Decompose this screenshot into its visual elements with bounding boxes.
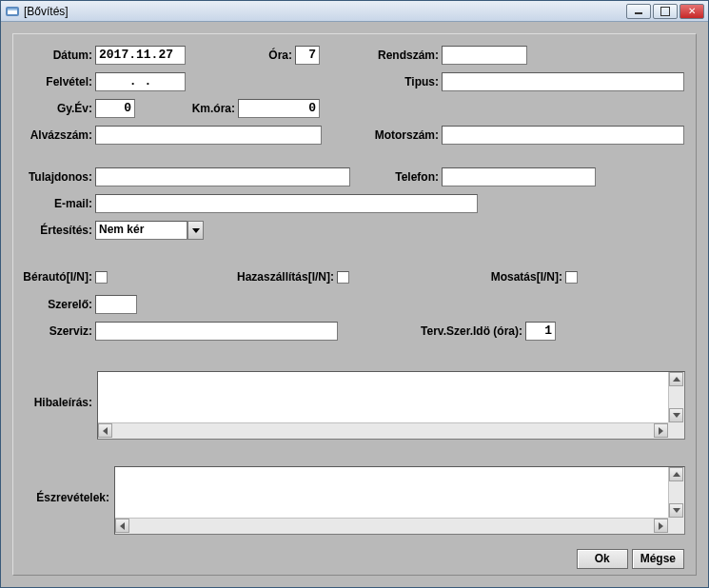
window-title: [Bővítés] (24, 5, 626, 18)
label-email: E-mail: (13, 197, 95, 210)
eszrevetelek-content[interactable] (115, 467, 668, 518)
label-tulajdonos: Tulajdonos: (13, 170, 95, 184)
szerelo-field[interactable] (95, 295, 137, 314)
label-motorszam: Motorszám: (356, 128, 442, 142)
ok-button[interactable]: Ok (577, 549, 628, 569)
label-tervszerido: Terv.Szer.Idö (óra): (394, 324, 525, 338)
app-icon (5, 4, 20, 19)
arrow-right-icon[interactable] (654, 519, 668, 533)
szerviz-field[interactable] (95, 322, 338, 341)
button-bar: Ok Mégse (577, 549, 684, 569)
label-kmora: Km.óra: (181, 102, 238, 115)
email-field[interactable] (95, 194, 478, 213)
scrollbar-vertical[interactable] (668, 467, 684, 518)
scrollbar-horizontal[interactable] (115, 518, 668, 534)
label-berauto: Bérautó[I/N]: (13, 270, 95, 284)
label-felvetel: Felvétel: (13, 75, 95, 88)
ora-field[interactable]: 7 (295, 46, 320, 65)
svg-rect-2 (8, 9, 17, 10)
client-area: Dátum: 2017.11.27 Óra: 7 Rendszám: Felvé… (1, 22, 708, 587)
felvetel-field[interactable]: . . (95, 72, 186, 91)
label-ertesites: Értesítés: (13, 224, 95, 237)
tervszerido-field[interactable]: 1 (525, 322, 556, 341)
scrollbar-corner (668, 422, 684, 439)
arrow-down-icon[interactable] (669, 408, 683, 422)
scrollbar-vertical[interactable] (668, 372, 684, 422)
label-datum: Dátum: (13, 49, 95, 62)
scrollbar-horizontal[interactable] (98, 422, 668, 439)
hibaleiras-textarea[interactable] (97, 371, 685, 440)
window-frame: [Bővítés] Dátum: 2017.11.27 Óra: 7 Rends… (0, 0, 709, 588)
alvazszam-field[interactable] (95, 126, 322, 145)
ertesites-combo[interactable]: Nem kér (95, 221, 204, 240)
kmora-field[interactable]: 0 (238, 99, 320, 118)
berauto-checkbox[interactable] (95, 271, 108, 284)
form-panel: Dátum: 2017.11.27 Óra: 7 Rendszám: Felvé… (12, 33, 697, 576)
label-mosatas: Mosatás[I/N]: (480, 270, 565, 284)
hibaleiras-content[interactable] (98, 372, 668, 422)
label-ora: Óra: (257, 49, 295, 62)
label-rendszam: Rendszám: (356, 49, 442, 62)
tipus-field[interactable] (442, 72, 684, 91)
eszrevetelek-textarea[interactable] (114, 466, 685, 535)
arrow-left-icon[interactable] (98, 423, 112, 438)
label-gyev: Gy.Év: (13, 102, 95, 115)
arrow-up-icon[interactable] (669, 467, 683, 481)
motorszam-field[interactable] (442, 126, 684, 145)
minimize-button[interactable] (626, 4, 651, 19)
arrow-up-icon[interactable] (669, 372, 683, 386)
label-eszrevetelek: Észrevételek: (13, 491, 112, 504)
maximize-button[interactable] (653, 4, 678, 19)
close-button[interactable] (679, 4, 704, 19)
mosatas-checkbox[interactable] (565, 271, 578, 284)
label-szerviz: Szerviz: (13, 324, 95, 338)
arrow-down-icon[interactable] (669, 503, 683, 518)
cancel-button[interactable]: Mégse (632, 549, 684, 569)
datum-field[interactable]: 2017.11.27 (95, 46, 186, 65)
label-hazaszallitas: Hazaszállítás[I/N]: (213, 270, 337, 284)
titlebar[interactable]: [Bővítés] (1, 1, 708, 22)
telefon-field[interactable] (442, 167, 596, 186)
chevron-down-icon[interactable] (187, 221, 204, 240)
arrow-right-icon[interactable] (654, 423, 668, 438)
gyev-field[interactable]: 0 (95, 99, 135, 118)
label-hibaleiras: Hibaleírás: (13, 396, 95, 409)
label-szerelo: Szerelő: (13, 298, 95, 311)
hazaszallitas-checkbox[interactable] (337, 271, 349, 284)
label-telefon: Telefon: (384, 170, 442, 184)
arrow-left-icon[interactable] (115, 519, 129, 533)
tulajdonos-field[interactable] (95, 167, 350, 186)
ertesites-value[interactable]: Nem kér (95, 221, 187, 240)
label-alvazszam: Alvázszám: (13, 128, 95, 142)
rendszam-field[interactable] (442, 46, 527, 65)
scrollbar-corner (668, 518, 684, 534)
label-tipus: Tipus: (356, 75, 442, 88)
